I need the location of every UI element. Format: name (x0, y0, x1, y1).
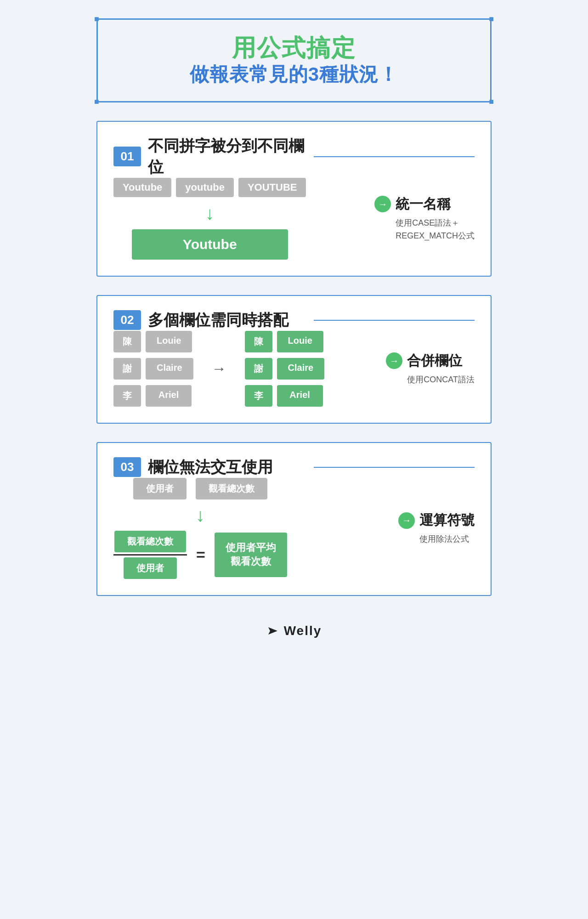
welly-icon (266, 624, 279, 637)
s3-right-label: → 運算符號 使用除法公式 (398, 511, 475, 546)
s2-r2-c1: 謝 (245, 358, 272, 380)
section-1-header: 01 不同拼字被分到不同欄位 (113, 136, 475, 178)
main-title-line1: 用公式搞定 (116, 34, 472, 62)
s3-right-desc: 使用除法公式 (419, 533, 469, 546)
s2-left: 陳 Louie 謝 Claire 李 Ariel (113, 331, 193, 407)
s2-row-1: 陳 Louie (113, 331, 193, 352)
s3-fraction-bottom: 使用者 (124, 557, 177, 579)
section-3-line (314, 467, 475, 468)
s2-right-desc: 使用CONCAT語法 (407, 373, 475, 386)
s2-arrow-circle: → (386, 352, 402, 369)
s1-arrow-circle: → (374, 196, 391, 212)
corner-bl-icon: ■ (94, 97, 99, 107)
section-3-header: 03 欄位無法交互使用 (113, 457, 475, 478)
s3-fraction-line (113, 554, 187, 556)
section-2-box: 02 多個欄位需同時搭配 陳 Louie 謝 Claire 李 Ariel (96, 295, 492, 424)
s3-arrow-down: ↓ (196, 506, 205, 524)
section-3-num: 03 (113, 457, 141, 477)
s3-tag-views: 觀看總次數 (196, 478, 267, 499)
section-1-title: 不同拼字被分到不同欄位 (148, 136, 309, 178)
s2-r1-c1: 陳 (245, 331, 272, 352)
s3-mid: 觀看總次數 使用者 = 使用者平均觀看次數 (113, 531, 287, 579)
main-title-line2: 做報表常見的3種狀況！ (116, 62, 472, 87)
section-1-content: Youtube youtube YOUTUBE ↓ Youtube → 統一名稱… (113, 178, 475, 260)
s3-top-tags: 使用者 觀看總次數 (133, 478, 267, 499)
s3-equals: = (192, 546, 210, 564)
footer-brand: Welly (284, 624, 322, 638)
section-1-line (314, 156, 475, 157)
footer: Welly (96, 614, 492, 652)
s2-l2-c2: Claire (146, 358, 193, 380)
s1-left: Youtube youtube YOUTUBE ↓ Youtube (113, 178, 306, 260)
section-2-title: 多個欄位需同時搭配 (148, 310, 309, 331)
footer-logo: Welly (266, 624, 322, 638)
s2-right-label: → 合併欄位 使用CONCAT語法 (386, 352, 475, 386)
section-1-box: 01 不同拼字被分到不同欄位 Youtube youtube YOUTUBE ↓… (96, 121, 492, 277)
s1-right-desc: 使用CASE語法＋REGEX_MATCH公式 (396, 216, 475, 243)
section-2-line (314, 320, 475, 321)
s1-right-label: → 統一名稱 (374, 195, 451, 214)
s2-l3-c2: Ariel (146, 385, 192, 407)
tag-youtube-upper: YOUTUBE (238, 178, 306, 197)
s2-l3-c1: 李 (113, 385, 141, 407)
s2-l2-c1: 謝 (113, 358, 141, 380)
s2-row-3: 李 Ariel (113, 385, 193, 407)
section-2-content: 陳 Louie 謝 Claire 李 Ariel → 陳 Louie (113, 331, 475, 407)
section-3-title: 欄位無法交互使用 (148, 457, 309, 478)
s1-tags: Youtube youtube YOUTUBE (113, 178, 306, 197)
arrow-down-icon: ↓ (205, 204, 215, 222)
header-box: ■ ■ 用公式搞定 做報表常見的3種狀況！ (96, 18, 492, 102)
s2-right-arrow-label: → 合併欄位 (386, 352, 462, 370)
s2-r1-c2: Louie (277, 331, 323, 352)
s1-result: Youtube (132, 229, 288, 260)
page-container: ■ ■ 用公式搞定 做報表常見的3種狀況！ 01 不同拼字被分到不同欄位 You… (96, 18, 492, 652)
s2-rr-1: 陳 Louie (245, 331, 325, 352)
s2-arrow-mid: → (207, 360, 231, 377)
section-2-header: 02 多個欄位需同時搭配 (113, 310, 475, 331)
s3-arrow-circle: → (398, 512, 415, 529)
s3-right-title: 運算符號 (419, 511, 475, 530)
s2-r3-c1: 李 (245, 385, 272, 407)
s3-fraction-top: 觀看總次數 (114, 531, 186, 552)
s3-fraction: 觀看總次數 使用者 (113, 531, 187, 579)
s2-row-2: 謝 Claire (113, 358, 193, 380)
section-1-num: 01 (113, 147, 141, 166)
s2-r3-c2: Ariel (277, 385, 323, 407)
s2-rr-2: 謝 Claire (245, 358, 325, 380)
s2-right-title: 合併欄位 (407, 352, 462, 370)
s2-r2-c2: Claire (277, 358, 325, 380)
s2-rr-3: 李 Ariel (245, 385, 325, 407)
section-3-content: 使用者 觀看總次數 ↓ 觀看總次數 使用者 = 使用者平均觀看次數 → (113, 478, 475, 579)
svg-marker-0 (268, 627, 277, 635)
corner-tr-icon: ■ (489, 14, 494, 24)
s1-right: → 統一名稱 使用CASE語法＋REGEX_MATCH公式 (374, 195, 475, 243)
s3-tag-user: 使用者 (133, 478, 187, 499)
s3-left: 使用者 觀看總次數 ↓ 觀看總次數 使用者 = 使用者平均觀看次數 (113, 478, 287, 579)
section-3-box: 03 欄位無法交互使用 使用者 觀看總次數 ↓ 觀看總次數 使用者 = (96, 442, 492, 596)
tag-youtube-original: Youtube (113, 178, 171, 197)
s3-right-arrow-label: → 運算符號 (398, 511, 475, 530)
s2-right: 陳 Louie 謝 Claire 李 Ariel (245, 331, 325, 407)
tag-youtube-lower: youtube (176, 178, 234, 197)
s2-l1-c1: 陳 (113, 331, 141, 352)
section-2-num: 02 (113, 310, 141, 330)
s2-l1-c2: Louie (146, 331, 192, 352)
s1-right-title: 統一名稱 (396, 195, 451, 214)
s3-result: 使用者平均觀看次數 (215, 533, 287, 578)
